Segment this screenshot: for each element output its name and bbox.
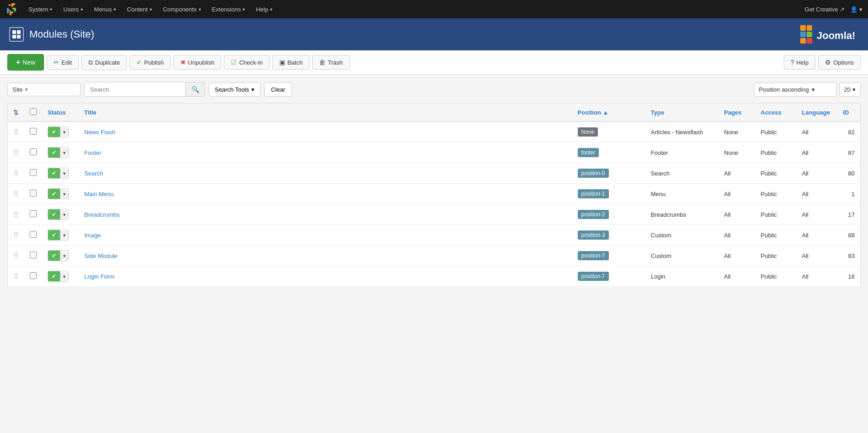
- status-btn-group-2: ✔ ▾: [48, 168, 69, 179]
- duplicate-button[interactable]: ⧉ Duplicate: [81, 55, 127, 70]
- pages-cell-6: All: [719, 246, 755, 266]
- drag-handle-0[interactable]: ⠿: [13, 128, 19, 136]
- row-checkbox-1[interactable]: [30, 148, 37, 155]
- status-check-btn-6[interactable]: ✔: [48, 251, 60, 261]
- status-check-btn-7[interactable]: ✔: [48, 271, 60, 281]
- status-check-btn-4[interactable]: ✔: [48, 209, 60, 219]
- pages-cell-3: All: [719, 184, 755, 204]
- module-title-link-2[interactable]: Search: [84, 170, 103, 177]
- status-drop-btn-3[interactable]: ▾: [60, 190, 68, 198]
- row-checkbox-5[interactable]: [30, 231, 37, 238]
- checkin-button[interactable]: ☑ Check-in: [224, 55, 269, 70]
- row-checkbox-3[interactable]: [30, 190, 37, 197]
- status-check-btn-3[interactable]: ✔: [48, 189, 60, 199]
- drag-cell-2: ⠿: [8, 163, 25, 184]
- plus-icon: +: [16, 58, 20, 66]
- status-check-btn-5[interactable]: ✔: [48, 230, 60, 240]
- get-creative-link[interactable]: Get Creative ↗: [805, 6, 845, 13]
- status-cell-7: ✔ ▾: [42, 266, 79, 287]
- drag-handle-2[interactable]: ⠿: [13, 170, 19, 177]
- status-check-btn-2[interactable]: ✔: [48, 168, 60, 178]
- nav-system[interactable]: System ▾: [24, 2, 57, 16]
- drag-handle-5[interactable]: ⠿: [13, 231, 19, 239]
- page-title: Modules (Site): [29, 28, 94, 40]
- status-drop-btn-2[interactable]: ▾: [60, 169, 68, 178]
- status-drop-btn-6[interactable]: ▾: [60, 252, 68, 260]
- nav-content[interactable]: Content ▾: [122, 2, 157, 16]
- position-badge-6: position-7: [578, 251, 609, 260]
- search-input[interactable]: [85, 83, 185, 96]
- status-cell-0: ✔ ▾: [42, 121, 79, 143]
- row-checkbox-2[interactable]: [30, 169, 37, 176]
- status-drop-btn-1[interactable]: ▾: [60, 148, 68, 157]
- col-header-checkall[interactable]: [24, 104, 42, 122]
- options-button[interactable]: ⚙ Options: [818, 55, 861, 70]
- status-drop-btn-7[interactable]: ▾: [60, 272, 68, 281]
- site-value: Site: [12, 86, 22, 93]
- row-checkbox-0[interactable]: [30, 128, 37, 135]
- status-drop-btn-5[interactable]: ▾: [60, 231, 68, 240]
- drag-handle-6[interactable]: ⠿: [13, 252, 19, 260]
- position-cell-6: position-7: [572, 246, 646, 266]
- svg-text:Joomla!: Joomla!: [817, 30, 855, 41]
- status-drop-btn-4[interactable]: ▾: [60, 210, 68, 219]
- module-title-link-6[interactable]: Side Module: [84, 252, 117, 259]
- row-checkbox-6[interactable]: [30, 252, 37, 258]
- content-area: Site ▾ 🔍 Search Tools ▾ Clear Position a…: [0, 75, 868, 294]
- status-cell-5: ✔ ▾: [42, 225, 79, 246]
- drag-handle-1[interactable]: ⠿: [13, 149, 19, 157]
- col-header-type: Type: [646, 104, 719, 122]
- module-title-link-4[interactable]: Breadcrumbs: [84, 211, 119, 218]
- per-page-selector[interactable]: 20 ▾: [839, 82, 861, 97]
- toolbar: + New ✏ Edit ⧉ Duplicate ✔ Publish ✖ Unp…: [0, 50, 868, 75]
- user-menu[interactable]: 👤 ▾: [850, 6, 863, 13]
- col-header-position[interactable]: Position ▲: [572, 104, 646, 122]
- trash-button[interactable]: 🗑 Trash: [312, 55, 350, 70]
- check-cell-2: [24, 163, 42, 184]
- search-button[interactable]: 🔍: [185, 82, 205, 96]
- title-cell-2: Search: [79, 163, 572, 184]
- unpublish-button[interactable]: ✖ Unpublish: [174, 55, 222, 70]
- language-cell-7: All: [797, 266, 838, 287]
- type-cell-7: Login: [646, 266, 719, 287]
- module-title-link-7[interactable]: Login Form: [84, 273, 114, 280]
- status-drop-btn-0[interactable]: ▾: [60, 128, 68, 137]
- module-title-link-0[interactable]: News Flash: [84, 129, 115, 136]
- access-cell-5: Public: [755, 225, 797, 246]
- joomla-logo-icon[interactable]: [5, 3, 18, 16]
- content-arrow-icon: ▾: [150, 7, 152, 12]
- nav-extensions[interactable]: Extensions ▾: [207, 2, 250, 16]
- nav-menus[interactable]: Menus ▾: [89, 2, 120, 16]
- col-header-title: Title: [79, 104, 572, 122]
- position-badge-2: position-0: [578, 169, 609, 178]
- new-button[interactable]: + New: [7, 54, 44, 71]
- nav-components[interactable]: Components ▾: [158, 2, 206, 16]
- module-title-link-1[interactable]: Footer: [84, 149, 102, 156]
- row-checkbox-7[interactable]: [30, 272, 37, 279]
- module-title-link-3[interactable]: Main Menu: [84, 191, 114, 197]
- drag-handle-7[interactable]: ⠿: [13, 273, 19, 280]
- system-arrow-icon: ▾: [50, 7, 52, 12]
- module-title-link-5[interactable]: Image: [84, 232, 101, 239]
- check-all-checkbox[interactable]: [30, 108, 37, 115]
- status-btn-group-4: ✔ ▾: [48, 209, 69, 220]
- sort-selector[interactable]: Position ascending ▾: [754, 82, 836, 97]
- title-cell-5: Image: [79, 225, 572, 246]
- col-header-pages: Pages: [719, 104, 755, 122]
- edit-button[interactable]: ✏ Edit: [47, 55, 78, 70]
- search-tools-button[interactable]: Search Tools ▾: [209, 82, 260, 97]
- nav-help[interactable]: Help ▾: [251, 2, 277, 16]
- type-cell-6: Custom: [646, 246, 719, 266]
- clear-button[interactable]: Clear: [264, 82, 292, 97]
- nav-users[interactable]: Users ▾: [59, 2, 87, 16]
- col-header-order[interactable]: ⇅: [8, 104, 25, 122]
- status-check-btn-1[interactable]: ✔: [48, 148, 60, 158]
- batch-button[interactable]: ▣ Batch: [272, 55, 309, 70]
- status-check-btn-0[interactable]: ✔: [48, 127, 60, 137]
- help-button[interactable]: ? Help: [784, 55, 816, 70]
- row-checkbox-4[interactable]: [30, 210, 37, 217]
- site-selector[interactable]: Site ▾: [7, 83, 81, 96]
- drag-handle-3[interactable]: ⠿: [13, 190, 19, 198]
- drag-handle-4[interactable]: ⠿: [13, 211, 19, 219]
- publish-button[interactable]: ✔ Publish: [130, 55, 171, 70]
